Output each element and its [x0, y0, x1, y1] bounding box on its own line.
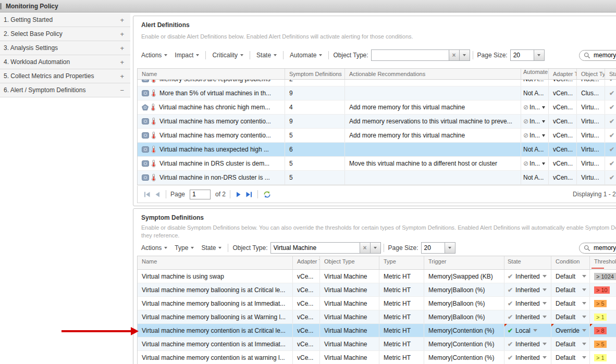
type-menu-button[interactable]: Type [171, 243, 198, 253]
next-page-button[interactable] [236, 192, 241, 197]
condition-cell[interactable]: Default [551, 297, 590, 310]
expand-icon[interactable]: + [120, 44, 124, 52]
column-header-symptom-definitions[interactable]: Symptom Definitions [285, 69, 345, 79]
alert-table-row[interactable]: More than 5% of virtual machines in th..… [138, 86, 616, 101]
state-cell[interactable]: ✔Inherited [504, 351, 551, 364]
column-header-name[interactable]: Name [138, 256, 293, 269]
page-size-dropdown-button[interactable] [445, 242, 455, 254]
sidebar-item-1[interactable]: 1. Getting Started+ [0, 13, 130, 27]
column-header-type[interactable]: Type [379, 256, 424, 269]
expand-icon[interactable]: + [120, 72, 124, 80]
symptom-table-row[interactable]: Virtual machine memory contention is at … [138, 351, 616, 364]
page-size-dropdown-button[interactable] [534, 49, 545, 61]
sidebar-item-2[interactable]: 2. Select Base Policy+ [0, 27, 130, 41]
sidebar-item-4[interactable]: 4. Workload Automation+ [0, 55, 130, 69]
page-size-input[interactable] [510, 49, 534, 61]
state-cell[interactable]: ✔Inherited [504, 310, 551, 323]
alert-table-row[interactable]: Virtual machine has unexpected high ...6… [138, 143, 616, 157]
threshold-cell[interactable]: > 10 [590, 283, 616, 296]
search-box[interactable] [579, 50, 616, 61]
search-box[interactable] [579, 243, 616, 254]
symptom-table-row[interactable]: Virtual machine memory ballooning is at … [138, 297, 616, 310]
state-cell[interactable]: ✔Inherited [504, 283, 551, 296]
symptom-table-row[interactable]: Virtual machine memory ballooning is at … [138, 283, 616, 297]
condition-cell[interactable]: Default [551, 283, 590, 296]
state-cell[interactable]: ✔Inherited [504, 297, 551, 310]
state-cell[interactable]: ✔Local [504, 324, 551, 337]
actions-menu-button[interactable]: Actions [138, 243, 171, 253]
column-header-trigger[interactable]: Trigger [424, 256, 504, 269]
symptom-table-row[interactable]: Virtual machine is using swapvCe...Virtu… [138, 270, 616, 283]
sidebar-item-3[interactable]: 3. Analysis Settings+ [0, 41, 130, 55]
column-header-state[interactable]: State [504, 256, 551, 269]
threshold-cell[interactable]: > 1 [590, 310, 616, 323]
condition-cell[interactable]: Default [551, 351, 590, 364]
state-menu-button[interactable]: State [253, 50, 280, 60]
alert-table-row[interactable]: Virtual machine has memory contentio...9… [138, 115, 616, 129]
collapse-icon[interactable]: − [120, 86, 124, 94]
criticality-menu-button[interactable]: Criticality [208, 50, 247, 60]
threshold-cell[interactable]: > 8 [590, 324, 616, 337]
search-input[interactable] [594, 244, 616, 252]
chevron-down-icon [543, 343, 547, 345]
clear-filter-button[interactable]: × [360, 242, 371, 254]
object-type-input[interactable] [371, 49, 449, 61]
alert-table-row[interactable]: Virtual machine in non-DRS cluster is ..… [138, 171, 616, 185]
object-type-input[interactable] [270, 242, 360, 254]
column-header-threshold[interactable]: Threshold [590, 256, 616, 269]
clear-filter-button[interactable]: × [449, 49, 460, 61]
automate-menu-button[interactable]: Automate [286, 50, 326, 60]
page-size-input[interactable] [421, 242, 445, 254]
alert-table-row[interactable]: Virtual machine in DRS cluster is dem...… [138, 157, 616, 171]
condition-cell[interactable]: Default [551, 337, 590, 350]
sidebar-item-5[interactable]: 5. Collect Metrics and Properties+ [0, 69, 130, 83]
column-header-condition[interactable]: Condition [551, 256, 590, 269]
threshold-cell[interactable]: > 1024 [590, 270, 616, 283]
column-header-adapter-type[interactable]: Adapter Ty [549, 69, 577, 79]
search-input[interactable] [594, 52, 616, 59]
sidebar-item-6[interactable]: 6. Alert / Symptom Definitions− [0, 83, 130, 97]
condition-cell[interactable]: Default [551, 310, 590, 323]
column-header-automate[interactable]: Automate [521, 69, 549, 79]
page-number-input[interactable] [190, 190, 211, 199]
column-header-name[interactable]: Name [138, 69, 285, 79]
symptom-table-row[interactable]: Virtual machine memory contention is at … [138, 324, 616, 337]
column-header-object-type[interactable]: Object Type [320, 256, 379, 269]
prev-page-button[interactable] [155, 192, 161, 197]
column-header-actionable-recommendations[interactable]: Actionable Recommendations [345, 69, 521, 79]
column-header-adapter-type[interactable]: Adapter T [293, 256, 320, 269]
alert-table-row[interactable]: Memory sensors are reporting problems2No… [138, 80, 616, 86]
alert-table-row[interactable]: Virtual machine has memory contentio...5… [138, 129, 616, 143]
object-type-dropdown-button[interactable] [460, 49, 470, 61]
automate-cell[interactable]: Not A... [521, 80, 549, 86]
condition-cell[interactable]: Override [551, 324, 590, 337]
automate-cell[interactable]: ⊘In... [521, 115, 549, 128]
threshold-cell[interactable]: > 5 [590, 297, 616, 310]
automate-cell[interactable]: Not A... [521, 171, 549, 184]
first-page-button[interactable] [144, 192, 151, 197]
actions-menu-button[interactable]: Actions [138, 50, 171, 60]
threshold-cell[interactable]: > 1 [590, 351, 616, 364]
automate-cell[interactable]: Not A... [521, 143, 549, 156]
column-header-state[interactable]: Stat [605, 69, 616, 79]
automate-cell[interactable]: ⊘In... [521, 157, 549, 170]
last-page-button[interactable] [245, 192, 252, 197]
alert-table-row[interactable]: Virtual machine has chronic high mem...4… [138, 101, 616, 115]
column-header-object-type[interactable]: Object Ty [577, 69, 605, 79]
expand-icon[interactable]: + [120, 58, 124, 66]
automate-cell[interactable]: ⊘In... [521, 129, 549, 142]
expand-icon[interactable]: + [120, 16, 124, 24]
threshold-cell[interactable]: > 5 [590, 337, 616, 350]
impact-menu-button[interactable]: Impact [171, 50, 203, 60]
symptom-table-row[interactable]: Virtual machine memory ballooning is at … [138, 310, 616, 324]
expand-icon[interactable]: + [120, 30, 124, 38]
automate-cell[interactable]: ⊘In... [521, 101, 549, 114]
symptom-table-row[interactable]: Virtual machine memory contention is at … [138, 337, 616, 351]
state-cell[interactable]: ✔Inherited [504, 337, 551, 350]
refresh-button[interactable] [263, 191, 271, 198]
state-menu-button[interactable]: State [198, 243, 225, 253]
condition-cell[interactable]: Default [551, 270, 590, 283]
object-type-dropdown-button[interactable] [371, 242, 381, 254]
automate-cell[interactable]: Not A... [521, 86, 549, 100]
state-cell[interactable]: ✔Inherited [504, 270, 551, 283]
